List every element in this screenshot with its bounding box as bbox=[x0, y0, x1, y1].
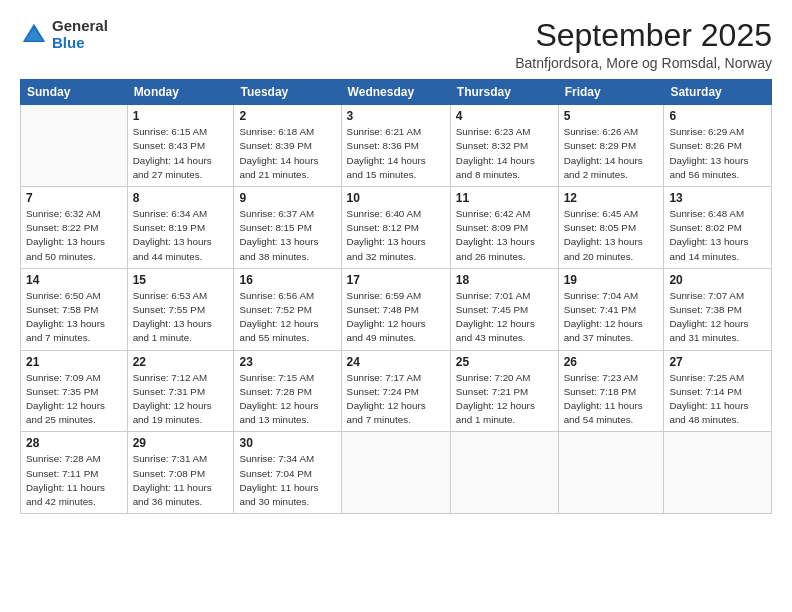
calendar-cell bbox=[664, 432, 772, 514]
month-title: September 2025 bbox=[515, 18, 772, 53]
weekday-header: Tuesday bbox=[234, 80, 341, 105]
day-number: 29 bbox=[133, 436, 229, 450]
calendar-cell: 11Sunrise: 6:42 AMSunset: 8:09 PMDayligh… bbox=[450, 187, 558, 269]
title-block: September 2025 Batnfjordsora, More og Ro… bbox=[515, 18, 772, 71]
day-info: Sunrise: 7:31 AMSunset: 7:08 PMDaylight:… bbox=[133, 452, 229, 509]
day-number: 14 bbox=[26, 273, 122, 287]
logo-blue: Blue bbox=[52, 35, 108, 52]
day-info: Sunrise: 6:53 AMSunset: 7:55 PMDaylight:… bbox=[133, 289, 229, 346]
day-number: 4 bbox=[456, 109, 553, 123]
day-number: 25 bbox=[456, 355, 553, 369]
day-number: 13 bbox=[669, 191, 766, 205]
calendar-cell: 9Sunrise: 6:37 AMSunset: 8:15 PMDaylight… bbox=[234, 187, 341, 269]
day-info: Sunrise: 7:04 AMSunset: 7:41 PMDaylight:… bbox=[564, 289, 659, 346]
calendar-header-row: SundayMondayTuesdayWednesdayThursdayFrid… bbox=[21, 80, 772, 105]
day-number: 20 bbox=[669, 273, 766, 287]
calendar-cell: 29Sunrise: 7:31 AMSunset: 7:08 PMDayligh… bbox=[127, 432, 234, 514]
calendar-cell: 4Sunrise: 6:23 AMSunset: 8:32 PMDaylight… bbox=[450, 105, 558, 187]
calendar-cell: 28Sunrise: 7:28 AMSunset: 7:11 PMDayligh… bbox=[21, 432, 128, 514]
day-number: 18 bbox=[456, 273, 553, 287]
calendar-cell: 23Sunrise: 7:15 AMSunset: 7:28 PMDayligh… bbox=[234, 350, 341, 432]
location: Batnfjordsora, More og Romsdal, Norway bbox=[515, 55, 772, 71]
day-info: Sunrise: 6:18 AMSunset: 8:39 PMDaylight:… bbox=[239, 125, 335, 182]
calendar-cell: 5Sunrise: 6:26 AMSunset: 8:29 PMDaylight… bbox=[558, 105, 664, 187]
calendar-cell: 26Sunrise: 7:23 AMSunset: 7:18 PMDayligh… bbox=[558, 350, 664, 432]
day-info: Sunrise: 7:34 AMSunset: 7:04 PMDaylight:… bbox=[239, 452, 335, 509]
day-number: 23 bbox=[239, 355, 335, 369]
calendar-cell: 6Sunrise: 6:29 AMSunset: 8:26 PMDaylight… bbox=[664, 105, 772, 187]
calendar-cell bbox=[450, 432, 558, 514]
day-number: 26 bbox=[564, 355, 659, 369]
calendar-cell: 22Sunrise: 7:12 AMSunset: 7:31 PMDayligh… bbox=[127, 350, 234, 432]
day-info: Sunrise: 6:29 AMSunset: 8:26 PMDaylight:… bbox=[669, 125, 766, 182]
calendar-cell: 24Sunrise: 7:17 AMSunset: 7:24 PMDayligh… bbox=[341, 350, 450, 432]
calendar-cell: 1Sunrise: 6:15 AMSunset: 8:43 PMDaylight… bbox=[127, 105, 234, 187]
day-info: Sunrise: 7:15 AMSunset: 7:28 PMDaylight:… bbox=[239, 371, 335, 428]
day-number: 27 bbox=[669, 355, 766, 369]
calendar-cell: 20Sunrise: 7:07 AMSunset: 7:38 PMDayligh… bbox=[664, 268, 772, 350]
calendar-cell: 8Sunrise: 6:34 AMSunset: 8:19 PMDaylight… bbox=[127, 187, 234, 269]
logo-icon bbox=[20, 21, 48, 49]
calendar-cell: 13Sunrise: 6:48 AMSunset: 8:02 PMDayligh… bbox=[664, 187, 772, 269]
page-container: General Blue September 2025 Batnfjordsor… bbox=[0, 0, 792, 524]
day-info: Sunrise: 6:42 AMSunset: 8:09 PMDaylight:… bbox=[456, 207, 553, 264]
day-number: 3 bbox=[347, 109, 445, 123]
logo-general: General bbox=[52, 18, 108, 35]
day-number: 22 bbox=[133, 355, 229, 369]
calendar-cell: 17Sunrise: 6:59 AMSunset: 7:48 PMDayligh… bbox=[341, 268, 450, 350]
weekday-header: Sunday bbox=[21, 80, 128, 105]
day-number: 16 bbox=[239, 273, 335, 287]
calendar-cell: 18Sunrise: 7:01 AMSunset: 7:45 PMDayligh… bbox=[450, 268, 558, 350]
day-info: Sunrise: 7:01 AMSunset: 7:45 PMDaylight:… bbox=[456, 289, 553, 346]
weekday-header: Wednesday bbox=[341, 80, 450, 105]
logo: General Blue bbox=[20, 18, 108, 51]
header: General Blue September 2025 Batnfjordsor… bbox=[20, 18, 772, 71]
weekday-header: Thursday bbox=[450, 80, 558, 105]
calendar-cell: 21Sunrise: 7:09 AMSunset: 7:35 PMDayligh… bbox=[21, 350, 128, 432]
day-info: Sunrise: 7:20 AMSunset: 7:21 PMDaylight:… bbox=[456, 371, 553, 428]
calendar-cell: 10Sunrise: 6:40 AMSunset: 8:12 PMDayligh… bbox=[341, 187, 450, 269]
day-number: 15 bbox=[133, 273, 229, 287]
day-number: 8 bbox=[133, 191, 229, 205]
weekday-header: Saturday bbox=[664, 80, 772, 105]
day-number: 24 bbox=[347, 355, 445, 369]
day-info: Sunrise: 6:23 AMSunset: 8:32 PMDaylight:… bbox=[456, 125, 553, 182]
calendar-cell: 3Sunrise: 6:21 AMSunset: 8:36 PMDaylight… bbox=[341, 105, 450, 187]
day-info: Sunrise: 6:45 AMSunset: 8:05 PMDaylight:… bbox=[564, 207, 659, 264]
day-number: 19 bbox=[564, 273, 659, 287]
calendar-cell: 15Sunrise: 6:53 AMSunset: 7:55 PMDayligh… bbox=[127, 268, 234, 350]
calendar-cell: 14Sunrise: 6:50 AMSunset: 7:58 PMDayligh… bbox=[21, 268, 128, 350]
day-number: 7 bbox=[26, 191, 122, 205]
day-number: 10 bbox=[347, 191, 445, 205]
day-number: 9 bbox=[239, 191, 335, 205]
day-info: Sunrise: 6:50 AMSunset: 7:58 PMDaylight:… bbox=[26, 289, 122, 346]
day-info: Sunrise: 7:23 AMSunset: 7:18 PMDaylight:… bbox=[564, 371, 659, 428]
logo-text: General Blue bbox=[52, 18, 108, 51]
day-info: Sunrise: 7:25 AMSunset: 7:14 PMDaylight:… bbox=[669, 371, 766, 428]
calendar-cell bbox=[21, 105, 128, 187]
calendar-cell: 19Sunrise: 7:04 AMSunset: 7:41 PMDayligh… bbox=[558, 268, 664, 350]
day-info: Sunrise: 6:48 AMSunset: 8:02 PMDaylight:… bbox=[669, 207, 766, 264]
calendar-cell: 7Sunrise: 6:32 AMSunset: 8:22 PMDaylight… bbox=[21, 187, 128, 269]
calendar-cell: 30Sunrise: 7:34 AMSunset: 7:04 PMDayligh… bbox=[234, 432, 341, 514]
day-number: 6 bbox=[669, 109, 766, 123]
weekday-header: Friday bbox=[558, 80, 664, 105]
day-info: Sunrise: 6:37 AMSunset: 8:15 PMDaylight:… bbox=[239, 207, 335, 264]
day-number: 17 bbox=[347, 273, 445, 287]
day-info: Sunrise: 6:40 AMSunset: 8:12 PMDaylight:… bbox=[347, 207, 445, 264]
day-info: Sunrise: 7:07 AMSunset: 7:38 PMDaylight:… bbox=[669, 289, 766, 346]
day-info: Sunrise: 7:09 AMSunset: 7:35 PMDaylight:… bbox=[26, 371, 122, 428]
day-info: Sunrise: 6:15 AMSunset: 8:43 PMDaylight:… bbox=[133, 125, 229, 182]
day-number: 2 bbox=[239, 109, 335, 123]
day-info: Sunrise: 6:34 AMSunset: 8:19 PMDaylight:… bbox=[133, 207, 229, 264]
day-number: 28 bbox=[26, 436, 122, 450]
day-info: Sunrise: 7:12 AMSunset: 7:31 PMDaylight:… bbox=[133, 371, 229, 428]
day-info: Sunrise: 6:59 AMSunset: 7:48 PMDaylight:… bbox=[347, 289, 445, 346]
calendar-table: SundayMondayTuesdayWednesdayThursdayFrid… bbox=[20, 79, 772, 514]
day-number: 5 bbox=[564, 109, 659, 123]
day-number: 21 bbox=[26, 355, 122, 369]
day-info: Sunrise: 7:17 AMSunset: 7:24 PMDaylight:… bbox=[347, 371, 445, 428]
calendar-cell bbox=[341, 432, 450, 514]
day-number: 12 bbox=[564, 191, 659, 205]
calendar-cell: 25Sunrise: 7:20 AMSunset: 7:21 PMDayligh… bbox=[450, 350, 558, 432]
